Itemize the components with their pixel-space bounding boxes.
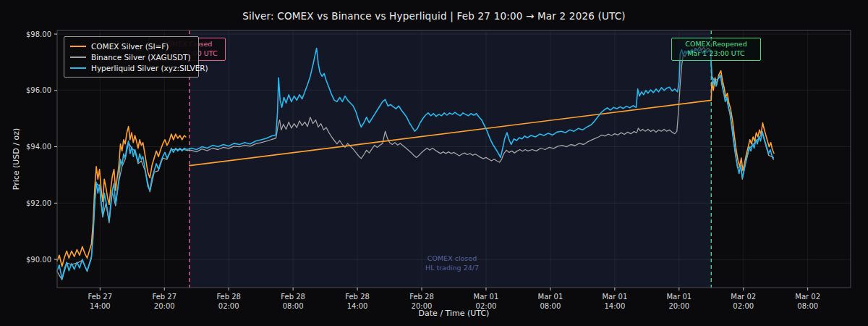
chart-figure: $90.00$92.00$94.00$96.00$98.00Feb 2714:0… [0,0,868,326]
legend: COMEX Silver (SI=F)Binance Silver (XAGUS… [64,36,199,78]
x-tick-time: 20:00 [154,302,175,310]
x-tick-date: Mar 01 [666,293,692,301]
y-tick-label: $96.00 [26,86,51,94]
y-tick-label: $92.00 [26,199,51,207]
comex-reopened-line2: Mar 1 23:00 UTC [675,49,757,59]
comex-reopened-line1: COMEX Reopened [675,40,757,49]
x-tick-time: 20:00 [668,302,689,310]
legend-line-swatch [70,46,86,47]
legend-label: Binance Silver (XAGUSDT) [91,53,191,62]
x-tick-date: Mar 02 [731,293,756,301]
x-tick-date: Mar 01 [602,293,627,301]
legend-entry-comex: COMEX Silver (SI=F) [70,41,192,51]
x-tick-time: 08:00 [797,302,818,310]
x-tick-date: Mar 02 [795,293,820,301]
x-tick-time: 08:00 [540,302,561,310]
legend-entry-hyperliquid: Hyperliquid Silver (xyz:SILVER) [70,63,192,73]
chart-title: Silver: COMEX vs Binance vs Hyperliquid … [0,10,868,22]
x-tick-time: 14:00 [90,302,111,310]
x-tick-time: 02:00 [218,302,239,310]
y-axis-label: Price (USD / oz) [12,128,21,191]
x-tick-time: 14:00 [347,302,368,310]
x-tick-date: Feb 28 [409,293,434,301]
x-tick-date: Feb 28 [216,293,241,301]
x-axis-label: Date / Time (UTC) [419,309,490,318]
legend-line-swatch [70,57,86,58]
comex-closed-note: COMEX closed HL trading 24/7 [394,254,510,273]
legend-label: COMEX Silver (SI=F) [91,42,169,51]
legend-label: Hyperliquid Silver (xyz:SILVER) [91,64,208,72]
x-tick-date: Feb 28 [281,293,305,301]
x-tick-time: 02:00 [733,302,754,310]
y-tick-label: $90.00 [26,256,51,264]
note-line2: HL trading 24/7 [394,264,510,273]
x-tick-date: Mar 01 [474,293,499,301]
x-tick-date: Feb 27 [88,293,112,301]
note-line1: COMEX closed [394,254,510,264]
legend-entry-binance: Binance Silver (XAGUSDT) [70,52,192,62]
y-tick-label: $94.00 [26,143,51,151]
comex-closed-shade-region [190,30,711,288]
y-tick-label: $98.00 [26,30,51,38]
x-tick-time: 08:00 [283,302,304,310]
x-tick-date: Feb 28 [345,293,370,301]
comex-reopened-annotation: COMEX Reopened Mar 1 23:00 UTC [671,38,761,61]
legend-line-swatch [70,67,86,69]
x-tick-date: Mar 01 [538,293,563,301]
x-tick-time: 14:00 [604,302,625,310]
x-tick-date: Feb 27 [152,293,176,301]
